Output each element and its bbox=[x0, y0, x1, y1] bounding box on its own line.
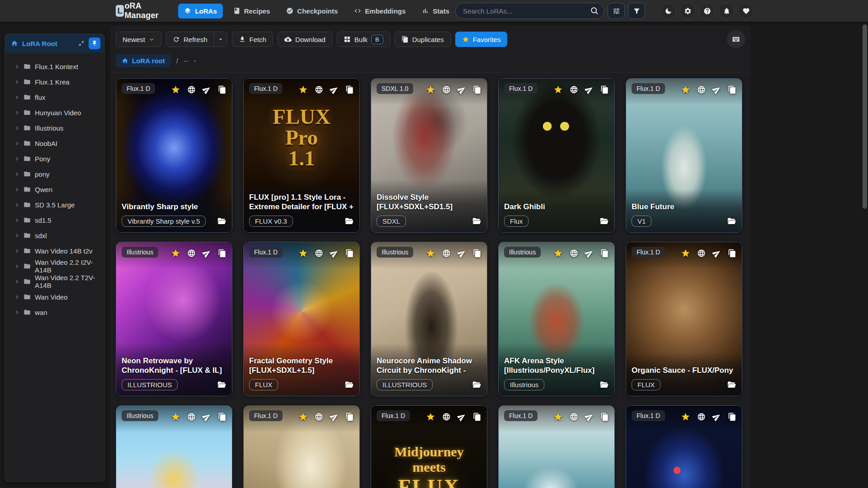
search-options-button[interactable] bbox=[608, 3, 625, 19]
sidebar-header[interactable]: LoRA Root bbox=[5, 34, 104, 53]
copy-icon[interactable] bbox=[728, 85, 736, 94]
globe-icon[interactable] bbox=[697, 249, 706, 258]
lora-card[interactable]: Flux.1 D Blue Future V1 bbox=[626, 78, 742, 233]
globe-icon[interactable] bbox=[187, 249, 196, 258]
version-chip[interactable]: SDXL bbox=[377, 216, 406, 227]
open-folder-icon[interactable] bbox=[217, 216, 226, 226]
send-icon[interactable] bbox=[203, 413, 211, 421]
open-folder-icon[interactable] bbox=[344, 380, 354, 389]
refresh-button[interactable]: Refresh bbox=[166, 32, 214, 47]
copy-icon[interactable] bbox=[218, 413, 226, 421]
send-icon[interactable] bbox=[330, 249, 339, 258]
sidebar-folder-wan-video[interactable]: Wan Video bbox=[5, 289, 104, 305]
send-icon[interactable] bbox=[330, 85, 339, 94]
sidebar-folder-illustrious[interactable]: Illustrious bbox=[5, 120, 104, 136]
lora-card[interactable]: Flux.1 D bbox=[243, 405, 360, 488]
globe-icon[interactable] bbox=[442, 249, 451, 258]
collapse-all-icon[interactable] bbox=[78, 40, 85, 47]
favorite-star-icon[interactable] bbox=[171, 412, 180, 422]
open-folder-icon[interactable] bbox=[472, 380, 481, 389]
favorite-star-icon[interactable] bbox=[298, 412, 308, 422]
globe-icon[interactable] bbox=[570, 85, 578, 94]
lora-card[interactable]: Illustrious bbox=[116, 405, 232, 488]
globe-icon[interactable] bbox=[187, 413, 196, 421]
sidebar-folder-wan[interactable]: wan bbox=[5, 305, 104, 320]
lora-card[interactable]: Illustrious Neurocore Anime Shadow Circu… bbox=[371, 242, 487, 396]
open-folder-icon[interactable] bbox=[599, 216, 609, 226]
favorite-star-icon[interactable] bbox=[426, 249, 435, 258]
favorite-star-icon[interactable] bbox=[171, 249, 180, 258]
scrollbar-thumb[interactable] bbox=[863, 24, 867, 209]
version-chip[interactable]: ILLUSTRIOUS bbox=[122, 379, 178, 390]
lora-card[interactable]: MidjourneymeetsFLUX Flux.1 D bbox=[371, 405, 487, 488]
sidebar-folder-qwen[interactable]: Qwen bbox=[5, 182, 104, 197]
favorites-filter-button[interactable]: Favorites bbox=[455, 32, 508, 47]
lora-card[interactable]: Flux.1 D bbox=[498, 405, 615, 488]
globe-icon[interactable] bbox=[570, 249, 578, 258]
copy-icon[interactable] bbox=[600, 249, 609, 258]
copy-icon[interactable] bbox=[728, 249, 736, 258]
copy-icon[interactable] bbox=[218, 85, 226, 94]
version-chip[interactable]: Illustrious bbox=[504, 379, 544, 390]
sidebar-folder-flux-1-krea[interactable]: Flux.1 Krea bbox=[5, 74, 104, 89]
version-chip[interactable]: Flux bbox=[504, 216, 528, 227]
pin-sidebar-button[interactable] bbox=[89, 38, 100, 49]
copy-icon[interactable] bbox=[473, 249, 481, 258]
globe-icon[interactable] bbox=[442, 85, 451, 94]
sidebar-folder-pony[interactable]: Pony bbox=[5, 151, 104, 166]
breadcrumb-current-dropdown[interactable]: -- bbox=[184, 57, 198, 65]
copy-icon[interactable] bbox=[345, 249, 354, 258]
lora-card[interactable]: Flux.1 D Organic Sauce - FLUX/Pony FLUX bbox=[626, 242, 742, 396]
open-folder-icon[interactable] bbox=[344, 216, 354, 226]
sidebar-folder-sdxl[interactable]: sdxl bbox=[5, 228, 104, 243]
tab-embeddings[interactable]: Embeddings bbox=[348, 4, 411, 19]
lora-card[interactable]: Illustrious Neon Retrowave by ChronoKnig… bbox=[116, 242, 232, 396]
send-icon[interactable] bbox=[585, 249, 594, 258]
search-input[interactable] bbox=[455, 3, 604, 19]
copy-icon[interactable] bbox=[728, 413, 736, 421]
globe-icon[interactable] bbox=[442, 413, 451, 421]
lora-card[interactable]: Flux.1 D bbox=[626, 405, 742, 488]
copy-icon[interactable] bbox=[345, 85, 354, 94]
tab-loras[interactable]: LoRAs bbox=[178, 4, 222, 19]
send-icon[interactable] bbox=[712, 413, 721, 421]
globe-icon[interactable] bbox=[697, 413, 706, 421]
sidebar-folder-wan-video-14b-t2v[interactable]: Wan Video 14B t2v bbox=[5, 243, 104, 258]
open-folder-icon[interactable] bbox=[727, 380, 736, 389]
favorite-star-icon[interactable] bbox=[298, 249, 308, 258]
favorite-star-icon[interactable] bbox=[681, 85, 690, 94]
open-folder-icon[interactable] bbox=[727, 216, 736, 226]
globe-icon[interactable] bbox=[315, 85, 323, 94]
copy-icon[interactable] bbox=[600, 85, 609, 94]
globe-icon[interactable] bbox=[315, 249, 323, 258]
sidebar-folder-wan-video-2-2-i2v-a14b[interactable]: Wan Video 2.2 I2V-A14B bbox=[5, 258, 104, 274]
duplicates-button[interactable]: Duplicates bbox=[395, 32, 451, 47]
sidebar-folder-wan-video-2-2-t2v-a14b[interactable]: Wan Video 2.2 T2V-A14B bbox=[5, 274, 104, 289]
favorite-star-icon[interactable] bbox=[553, 412, 563, 422]
version-chip[interactable]: FLUX bbox=[249, 379, 278, 390]
support-button[interactable] bbox=[738, 3, 754, 19]
send-icon[interactable] bbox=[712, 249, 721, 258]
favorite-star-icon[interactable] bbox=[553, 85, 563, 94]
filter-button[interactable] bbox=[628, 3, 645, 19]
lora-card[interactable]: Flux.1 D Dark Ghibli Flux bbox=[498, 78, 615, 233]
settings-button[interactable] bbox=[679, 3, 696, 19]
version-chip[interactable]: Vibrantly Sharp style v.5 bbox=[122, 216, 206, 227]
keyboard-shortcuts-button[interactable] bbox=[727, 30, 745, 48]
tab-checkpoints[interactable]: Checkpoints bbox=[280, 4, 344, 19]
tab-recipes[interactable]: Recipes bbox=[227, 4, 276, 19]
lora-card[interactable]: SDXL 1.0 Dissolve Style [FLUX+SDXL+SD1.5… bbox=[371, 78, 487, 233]
sidebar-folder-sd1-5[interactable]: sd1.5 bbox=[5, 212, 104, 228]
sort-dropdown[interactable]: Newest bbox=[116, 32, 161, 47]
lora-card[interactable]: Illustrious AFK Arena Style [Illustrious… bbox=[498, 242, 615, 396]
sidebar-folder-sd-3-5-large[interactable]: SD 3.5 Large bbox=[5, 197, 104, 212]
globe-icon[interactable] bbox=[570, 413, 578, 421]
copy-icon[interactable] bbox=[473, 85, 481, 94]
favorite-star-icon[interactable] bbox=[426, 412, 435, 422]
theme-toggle-button[interactable] bbox=[660, 3, 676, 19]
favorite-star-icon[interactable] bbox=[298, 85, 308, 94]
sidebar-folder-noobai[interactable]: NoobAI bbox=[5, 136, 104, 151]
fetch-button[interactable]: Fetch bbox=[232, 32, 274, 47]
globe-icon[interactable] bbox=[187, 85, 196, 94]
globe-icon[interactable] bbox=[315, 413, 323, 421]
